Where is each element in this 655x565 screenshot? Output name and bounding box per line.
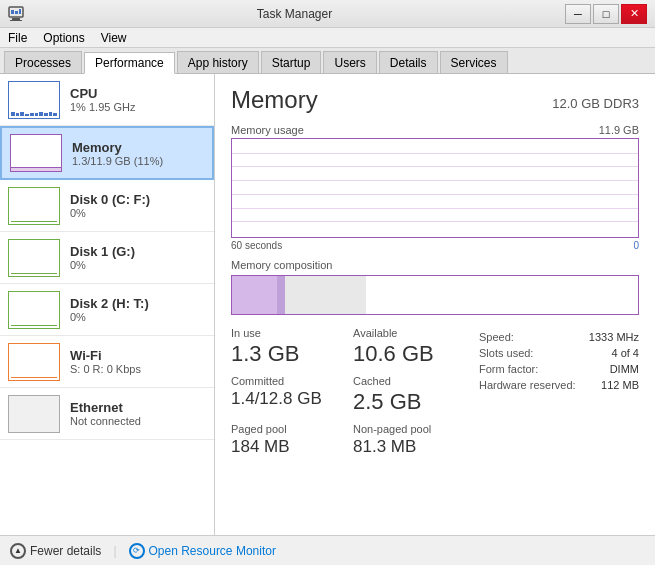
tab-bar: Processes Performance App history Startu… [0, 48, 655, 74]
disk1-thumbnail [8, 239, 60, 277]
bottom-bar: ▲ Fewer details | ⟳ Open Resource Monito… [0, 535, 655, 565]
ethernet-detail: Not connected [70, 415, 206, 427]
stat-available: Available 10.6 GB [353, 327, 463, 367]
separator: | [113, 544, 116, 558]
svg-rect-5 [19, 9, 21, 14]
ethernet-label: Ethernet [70, 400, 206, 415]
tab-users[interactable]: Users [323, 51, 376, 73]
committed-label: Committed [231, 375, 341, 387]
cached-label: Cached [353, 375, 463, 387]
menu-bar: File Options View [0, 28, 655, 48]
slots-label: Slots used: [479, 347, 533, 359]
usage-label: Memory usage [231, 124, 304, 136]
disk1-info: Disk 1 (G:) 0% [70, 244, 206, 271]
sidebar-item-wifi[interactable]: Wi-Fi S: 0 R: 0 Kbps [0, 336, 214, 388]
tab-services[interactable]: Services [440, 51, 508, 73]
stat-non-paged-pool: Non-paged pool 81.3 MB [353, 423, 463, 457]
cpu-detail: 1% 1.95 GHz [70, 101, 206, 113]
sidebar-item-memory[interactable]: Memory 1.3/11.9 GB (11%) [0, 126, 214, 180]
menu-file[interactable]: File [4, 31, 31, 45]
stats-grid: In use 1.3 GB Available 10.6 GB Committe… [231, 327, 463, 457]
ethernet-thumbnail [8, 395, 60, 433]
disk2-thumbnail [8, 291, 60, 329]
window-controls: ─ □ ✕ [565, 4, 647, 24]
right-panel: Memory 12.0 GB DDR3 Memory usage 11.9 GB… [215, 74, 655, 535]
disk2-detail: 0% [70, 311, 206, 323]
tab-app-history[interactable]: App history [177, 51, 259, 73]
tab-processes[interactable]: Processes [4, 51, 82, 73]
paged-pool-value: 184 MB [231, 437, 341, 457]
minimize-button[interactable]: ─ [565, 4, 591, 24]
hw-reserved-label: Hardware reserved: [479, 379, 576, 391]
sidebar-item-disk2[interactable]: Disk 2 (H: T:) 0% [0, 284, 214, 336]
svg-rect-1 [12, 18, 20, 20]
graph-label-row: Memory usage 11.9 GB [231, 124, 639, 136]
open-resource-monitor-label: Open Resource Monitor [149, 544, 276, 558]
form-factor-row: Form factor: DIMM [479, 363, 639, 375]
menu-view[interactable]: View [97, 31, 131, 45]
memory-type: 12.0 GB DDR3 [552, 96, 639, 111]
usage-max-label: 11.9 GB [599, 124, 639, 136]
sidebar-item-disk0[interactable]: Disk 0 (C: F:) 0% [0, 180, 214, 232]
fewer-details-button[interactable]: ▲ Fewer details [10, 543, 101, 559]
svg-rect-3 [11, 10, 14, 14]
title-bar-left [8, 6, 24, 22]
open-resource-monitor-button[interactable]: ⟳ Open Resource Monitor [129, 543, 276, 559]
right-stats: Speed: 1333 MHz Slots used: 4 of 4 Form … [479, 327, 639, 457]
slots-value: 4 of 4 [611, 347, 639, 359]
sidebar-item-disk1[interactable]: Disk 1 (G:) 0% [0, 232, 214, 284]
sidebar-item-cpu[interactable]: CPU 1% 1.95 GHz [0, 74, 214, 126]
usage-graph-container: Memory usage 11.9 GB 60 seconds 0 [231, 124, 639, 251]
form-factor-label: Form factor: [479, 363, 538, 375]
tab-details[interactable]: Details [379, 51, 438, 73]
disk1-label: Disk 1 (G:) [70, 244, 206, 259]
memory-label: Memory [72, 140, 204, 155]
disk1-detail: 0% [70, 259, 206, 271]
sidebar-item-ethernet[interactable]: Ethernet Not connected [0, 388, 214, 440]
in-use-label: In use [231, 327, 341, 339]
comp-free [366, 276, 638, 314]
left-stats: In use 1.3 GB Available 10.6 GB Committe… [231, 327, 463, 457]
speed-value: 1333 MHz [589, 331, 639, 343]
paged-pool-label: Paged pool [231, 423, 341, 435]
speed-label: Speed: [479, 331, 514, 343]
ethernet-info: Ethernet Not connected [70, 400, 206, 427]
non-paged-label: Non-paged pool [353, 423, 463, 435]
cached-value: 2.5 GB [353, 389, 463, 415]
close-button[interactable]: ✕ [621, 4, 647, 24]
disk0-info: Disk 0 (C: F:) 0% [70, 192, 206, 219]
tab-performance[interactable]: Performance [84, 52, 175, 74]
cpu-thumbnail [8, 81, 60, 119]
grid-line-6 [232, 221, 638, 222]
cpu-info: CPU 1% 1.95 GHz [70, 86, 206, 113]
comp-in-use [232, 276, 277, 314]
menu-options[interactable]: Options [39, 31, 88, 45]
fewer-details-label: Fewer details [30, 544, 101, 558]
composition-label: Memory composition [231, 259, 639, 271]
disk0-detail: 0% [70, 207, 206, 219]
graph-time-label: 60 seconds 0 [231, 240, 639, 251]
maximize-button[interactable]: □ [593, 4, 619, 24]
wifi-detail: S: 0 R: 0 Kbps [70, 363, 206, 375]
svg-rect-2 [10, 20, 22, 21]
disk0-label: Disk 0 (C: F:) [70, 192, 206, 207]
time-left: 60 seconds [231, 240, 282, 251]
main-content: CPU 1% 1.95 GHz Memory 1.3/11.9 GB (11%) [0, 74, 655, 535]
committed-value: 1.4/12.8 GB [231, 389, 341, 409]
comp-standby [285, 276, 366, 314]
speed-row: Speed: 1333 MHz [479, 331, 639, 343]
resource-monitor-icon: ⟳ [129, 543, 145, 559]
tab-startup[interactable]: Startup [261, 51, 322, 73]
memory-header: Memory 12.0 GB DDR3 [231, 86, 639, 114]
fewer-details-icon: ▲ [10, 543, 26, 559]
stat-cached: Cached 2.5 GB [353, 375, 463, 415]
stats-area: In use 1.3 GB Available 10.6 GB Committe… [231, 327, 639, 457]
wifi-thumbnail [8, 343, 60, 381]
memory-info: Memory 1.3/11.9 GB (11%) [72, 140, 204, 167]
svg-rect-4 [15, 11, 18, 14]
grid-line-5 [232, 208, 638, 209]
hw-reserved-value: 112 MB [601, 379, 639, 391]
available-value: 10.6 GB [353, 341, 463, 367]
grid-line-1 [232, 153, 638, 154]
stat-paged-pool: Paged pool 184 MB [231, 423, 341, 457]
